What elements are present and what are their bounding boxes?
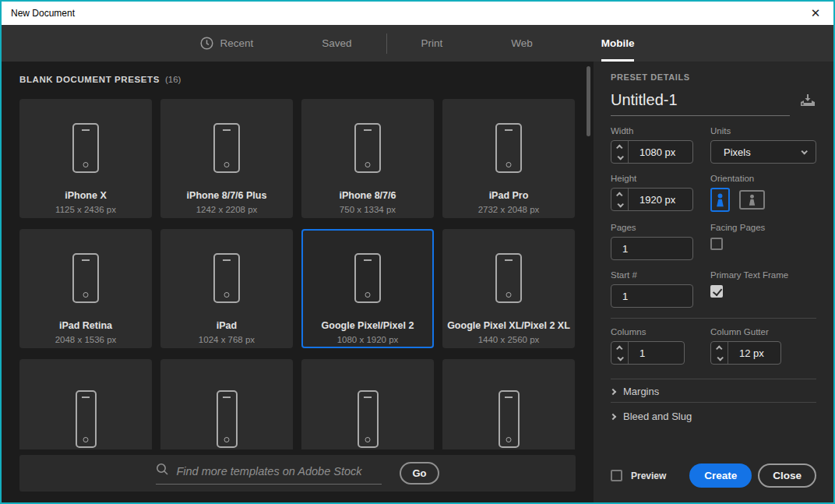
width-stepper[interactable] [611,141,629,163]
preset-details-header: PRESET DETAILS [611,72,690,82]
height-stepper[interactable] [611,189,629,210]
columns-stepper[interactable] [611,342,629,364]
preset-card[interactable]: iPhone X1125 x 2436 px [19,99,152,218]
new-document-dialog: New Document ✕ Recent Saved Print Web Mo… [0,0,835,504]
phone-icon [213,123,240,173]
phone-icon [358,390,379,448]
primary-text-frame-checkbox[interactable] [710,285,723,298]
preset-name: Google Pixel XL/Pixel 2 XL [447,320,570,331]
preset-card[interactable]: Google Pixel/Pixel 21080 x 1920 px [301,229,434,348]
pages-input[interactable]: 1 [611,237,693,260]
orientation-landscape-icon[interactable] [739,190,765,210]
preset-card[interactable]: iPad Retina2048 x 1536 px [19,229,152,348]
start-number-input[interactable]: 1 [611,284,693,308]
stock-search-input[interactable]: Find more templates on Adobe Stock [156,463,382,485]
tab-recent[interactable]: Recent [166,25,287,62]
bleed-slug-section-toggle[interactable]: Bleed and Slug [611,411,692,422]
scrollbar-thumb[interactable] [587,66,590,136]
preset-name: iPad [217,320,237,331]
tab-mobile[interactable]: Mobile [567,25,669,62]
preset-card[interactable] [19,359,152,449]
presets-header: BLANK DOCUMENT PRESETS(16) [19,75,181,84]
preset-card[interactable] [160,359,293,449]
height-input[interactable]: 1920 px [611,188,693,211]
column-gutter-stepper[interactable] [711,342,728,364]
column-gutter-label: Column Gutter [710,327,769,337]
start-number-value: 1 [611,291,628,302]
pages-value: 1 [611,243,628,255]
tab-print[interactable]: Print [387,25,477,62]
preset-card[interactable]: iPhone 8/7/6750 x 1334 px [301,99,434,218]
go-button[interactable]: Go [400,462,439,485]
create-button[interactable]: Create [689,463,752,488]
phone-icon [354,123,381,173]
columns-label: Columns [611,327,646,337]
title-bar: New Document ✕ [2,2,833,25]
tab-saved[interactable]: Saved [287,25,386,62]
units-value: Pixels [724,146,751,158]
phone-icon [495,253,522,303]
margins-section-toggle[interactable]: Margins [611,386,659,397]
preset-name: iPad Retina [59,320,112,331]
preset-name: iPhone 8/7/6 Plus [187,190,267,201]
phone-icon [495,123,522,173]
preset-name: iPad Pro [489,190,529,201]
preset-card[interactable] [301,359,434,449]
units-dropdown[interactable]: Pixels [710,140,816,164]
presets-count: (16) [165,75,181,84]
document-name-input[interactable]: Untitled-1 [611,91,790,116]
column-gutter-input[interactable]: 12 px [710,341,781,365]
presets-header-label: BLANK DOCUMENT PRESETS [19,75,160,84]
search-icon [156,463,169,479]
orientation-portrait-icon[interactable] [710,188,730,212]
phone-icon [217,390,238,448]
preset-card[interactable]: iPad Pro2732 x 2048 px [442,99,575,218]
tab-web[interactable]: Web [477,25,567,62]
divider [611,379,816,379]
height-label: Height [611,174,636,183]
facing-pages-label: Facing Pages [710,223,765,232]
chevron-right-icon [610,388,616,394]
phone-icon [72,123,99,173]
preset-name: iPhone X [65,190,106,201]
preview-checkbox[interactable] [611,470,622,481]
columns-value: 1 [629,347,645,359]
preset-dimensions: 2732 x 2048 px [478,205,540,214]
preset-details-panel: PRESET DETAILS Untitled-1 Width Units 10… [594,62,833,504]
save-preset-icon[interactable] [799,93,816,116]
start-number-label: Start # [611,270,637,280]
width-value: 1080 px [629,146,675,158]
divider [611,402,816,403]
preset-dimensions: 750 x 1334 px [340,205,396,214]
tab-label: Recent [220,37,253,49]
column-gutter-value: 12 px [728,347,764,359]
preset-card[interactable]: iPad1024 x 768 px [160,229,293,348]
preset-card[interactable] [442,359,575,449]
preset-dimensions: 1440 x 2560 px [478,335,540,344]
close-icon[interactable]: ✕ [802,2,829,25]
height-value: 1920 px [629,194,675,206]
phone-icon [76,390,97,448]
tab-label: Mobile [601,37,635,49]
width-input[interactable]: 1080 px [611,140,693,164]
close-button[interactable]: Close [758,463,816,488]
preset-dimensions: 1024 x 768 px [199,335,255,344]
orientation-label: Orientation [710,174,754,183]
preset-dimensions: 1080 x 1920 px [337,335,399,344]
preset-card[interactable]: Google Pixel XL/Pixel 2 XL1440 x 2560 px [442,229,575,348]
phone-icon [499,390,520,448]
preset-name: iPhone 8/7/6 [340,190,396,201]
primary-text-frame-label: Primary Text Frame [710,270,788,280]
phone-icon [72,253,99,303]
preset-name: Google Pixel/Pixel 2 [322,320,414,331]
preview-toggle[interactable]: Preview [611,470,666,481]
columns-input[interactable]: 1 [611,341,685,365]
phone-icon [354,253,381,303]
preset-grid: iPhone X1125 x 2436 pxiPhone 8/7/6 Plus1… [19,99,576,449]
adobe-stock-search-bar: Find more templates on Adobe Stock Go [19,455,576,492]
facing-pages-checkbox[interactable] [710,238,723,250]
dialog-title: New Document [11,8,75,19]
preset-card[interactable]: iPhone 8/7/6 Plus1242 x 2208 px [160,99,293,218]
tab-label: Print [421,37,443,49]
presets-panel: BLANK DOCUMENT PRESETS(16) iPhone X1125 … [2,62,594,504]
